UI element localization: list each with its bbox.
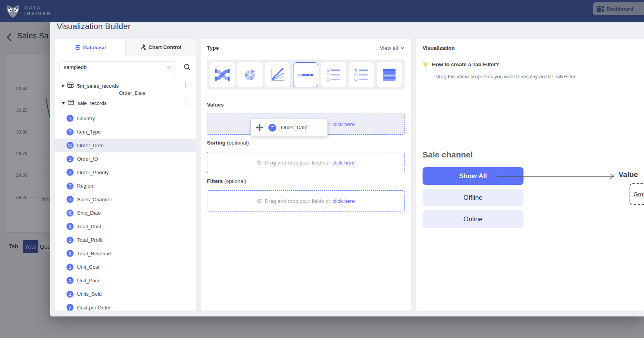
- dashboard-button[interactable]: Dashboard: [593, 2, 644, 15]
- chart-type-checkbox-list[interactable]: [349, 62, 374, 87]
- chart-type-pie[interactable]: [237, 62, 263, 87]
- logo-text-line1: DATA: [24, 5, 52, 11]
- kebab-menu-icon[interactable]: ⋮: [183, 83, 189, 89]
- field-type-number-icon: 1: [67, 155, 74, 163]
- option-button-online[interactable]: Online: [423, 210, 523, 228]
- field-row-total_cost[interactable]: 1Total_Cost: [55, 220, 196, 233]
- field-label: Unit_Cost: [77, 264, 99, 270]
- field-type-number-icon: 1: [67, 291, 74, 298]
- field-row-unit_cost[interactable]: 1Unit_Cost: [55, 260, 196, 274]
- dropzone-click-here-link[interactable]: click here: [333, 121, 355, 127]
- table-row-5m-sales-records[interactable]: 5m_sales_records ⋮: [55, 77, 196, 94]
- sankey-chart-icon: [212, 65, 232, 85]
- tools-icon: [140, 44, 146, 50]
- field-row-region[interactable]: TRegion: [55, 179, 196, 193]
- field-label: Sales_Channel: [77, 197, 112, 202]
- filters-dropzone[interactable]: Drag and drop your fields or click here: [207, 190, 405, 211]
- visualization-panel: Visualization How to create a Tab Filter…: [416, 39, 644, 311]
- field-label: Total_Profit: [77, 237, 103, 243]
- preview-widget-title: Sale channel: [423, 150, 473, 159]
- annotation-group-box: Group: [630, 183, 644, 205]
- line-chart-icon: [268, 65, 288, 85]
- hand-drag-icon: [257, 160, 262, 165]
- field-type-number-icon: 1: [67, 250, 74, 257]
- tab-filter-icon: Tab: [296, 65, 315, 85]
- field-list: TCountryTItem_TypeOrder_Date1Order_IDTOr…: [55, 112, 196, 311]
- view-all-label: View all: [380, 45, 398, 51]
- field-label: Total_Cost: [77, 224, 101, 230]
- field-row-units_sold[interactable]: 1Units_Sold: [55, 287, 196, 301]
- field-row-order_priority[interactable]: TOrder_Priority: [55, 166, 196, 179]
- caret-down-icon[interactable]: [62, 102, 65, 105]
- field-row-ship_date[interactable]: Ship_Date: [55, 206, 196, 220]
- chart-type-tab-filter[interactable]: Tab: [293, 62, 318, 87]
- annotation-arrow-icon: [496, 172, 617, 181]
- field-label: Ship_Date: [77, 210, 101, 216]
- field-label: Cost per Order: [77, 305, 111, 311]
- chart-type-table[interactable]: [377, 62, 402, 87]
- dropzone-click-here-link[interactable]: click here: [333, 198, 355, 204]
- table-name: 5m_sales_records: [77, 83, 119, 89]
- database-select-value: sampledb: [64, 64, 87, 70]
- field-label: Item_Type: [77, 129, 101, 135]
- chart-type-radio-list[interactable]: [321, 62, 346, 87]
- field-row-item_type[interactable]: TItem_Type: [55, 125, 196, 139]
- sorting-dropzone[interactable]: Drag and drop your fields or click here: [207, 152, 405, 173]
- search-icon[interactable]: [183, 63, 191, 72]
- field-type-text-icon: T: [67, 183, 74, 190]
- field-row-unit_price[interactable]: 1Unit_Price: [55, 274, 196, 287]
- field-type-text-icon: T: [67, 169, 74, 176]
- owl-logo-icon: [5, 2, 21, 20]
- database-select[interactable]: sampledb: [59, 61, 175, 73]
- chart-type-line[interactable]: [265, 62, 290, 87]
- annotation-group-label[interactable]: Group: [633, 191, 644, 197]
- field-type-text-icon: T: [67, 115, 74, 122]
- field-type-number-icon: 1: [67, 223, 74, 230]
- field-label: Total_Revenue: [77, 251, 111, 257]
- field-row-country[interactable]: TCountry: [55, 112, 196, 125]
- tab-chart-control[interactable]: Chart Control: [125, 39, 196, 56]
- dropzone-text: Drag and drop your fields or: [264, 160, 330, 166]
- tab-database[interactable]: Database: [55, 39, 125, 56]
- field-label: Order_Priority: [77, 170, 109, 175]
- option-button-offline[interactable]: Offline: [423, 189, 523, 206]
- field-type-date-icon: [268, 124, 276, 132]
- dropzone-click-here-link[interactable]: click here: [333, 160, 355, 166]
- chevron-down-icon: [400, 47, 405, 49]
- field-type-date-icon: [67, 210, 74, 217]
- tab-database-label: Database: [83, 45, 106, 51]
- tab-chart-control-label: Chart Control: [149, 44, 182, 50]
- type-section-title: Type: [207, 45, 219, 51]
- field-type-number-icon: 1: [67, 237, 74, 244]
- drag-ghost-card[interactable]: Order_Date: [250, 119, 328, 136]
- table-icon: [67, 82, 74, 90]
- kebab-menu-icon[interactable]: ⋮: [183, 100, 189, 106]
- values-section-title: Values: [207, 102, 224, 108]
- table-chart-icon: [380, 65, 399, 85]
- type-panel: Type View all: [201, 39, 411, 311]
- dashboard-icon: [597, 6, 604, 12]
- lightbulb-icon: [423, 61, 429, 68]
- tip-body: - Drag the Value properties you want to …: [432, 74, 577, 80]
- caret-right-icon[interactable]: [62, 84, 65, 87]
- field-row-order_date[interactable]: Order_Date: [55, 139, 196, 152]
- field-row-total_revenue[interactable]: 1Total_Revenue: [55, 247, 196, 260]
- field-label: Order_Date: [77, 143, 104, 148]
- app-logo[interactable]: DATA INSIDER: [5, 2, 52, 20]
- visualization-section-title: Visualization: [423, 45, 455, 51]
- field-row-total_profit[interactable]: 1Total_Profit: [55, 233, 196, 247]
- field-row-sales_channel[interactable]: TSales_Channel: [55, 193, 196, 206]
- sorting-section-title: Sorting (optional): [207, 140, 249, 146]
- chevron-down-icon: [166, 64, 171, 70]
- checkbox-list-icon: [352, 65, 371, 85]
- field-row-cost-per-order[interactable]: ƒCost per Order: [55, 301, 196, 311]
- field-label: Unit_Price: [77, 278, 101, 284]
- field-row-order_id[interactable]: 1Order_ID: [55, 152, 196, 166]
- database-icon: [75, 44, 81, 51]
- table-row-sale-records[interactable]: sale_records ⋮: [55, 94, 196, 112]
- view-all-button[interactable]: View all: [380, 45, 405, 51]
- field-type-text-icon: T: [67, 196, 74, 203]
- table-name: sale_records: [77, 100, 106, 106]
- annotation-value-label: Value: [619, 170, 638, 179]
- chart-type-sankey[interactable]: [210, 62, 235, 87]
